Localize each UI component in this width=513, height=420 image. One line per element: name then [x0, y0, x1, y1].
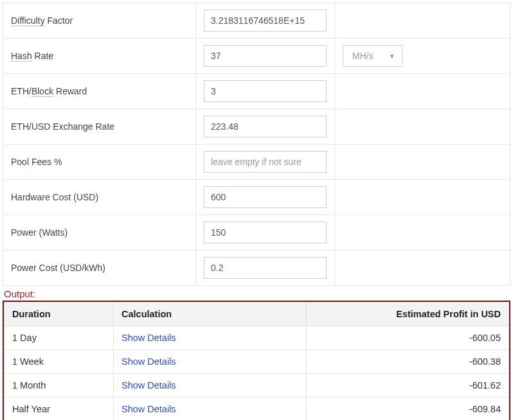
- form-extra-cell: MH/s▼: [335, 39, 510, 74]
- form-label: Power Cost (USD/kWh): [3, 250, 196, 286]
- form-label: Power (Watts): [3, 215, 196, 250]
- col-profit: Estimated Profit in USD: [307, 302, 509, 326]
- form-label: Difficulty Factor: [3, 3, 196, 39]
- form-input-cell: [196, 109, 335, 144]
- form-input-cell: [196, 39, 335, 74]
- show-details-link[interactable]: Show Details: [122, 333, 176, 343]
- form-input[interactable]: [204, 222, 327, 243]
- form-label: Pool Fees %: [3, 144, 196, 180]
- form-row: Difficulty Factor: [3, 3, 510, 39]
- form-input-cell: [196, 74, 335, 109]
- form-extra-cell: [335, 180, 510, 215]
- form-input[interactable]: [204, 186, 327, 208]
- form-row: Power (Watts): [3, 215, 510, 250]
- form-row: ETH/Block Reward: [3, 74, 510, 109]
- form-label: ETH/USD Exchange Rate: [3, 109, 196, 144]
- form-extra-cell: [335, 144, 510, 180]
- table-row: 1 DayShow Details-600.05: [4, 326, 509, 350]
- form-input-cell: [196, 215, 335, 250]
- form-row: Hardware Cost (USD): [3, 180, 510, 215]
- form-input[interactable]: [204, 10, 327, 31]
- form-extra-cell: [335, 3, 510, 39]
- cell-duration: 1 Day: [4, 326, 114, 350]
- output-panel: Duration Calculation Estimated Profit in…: [3, 301, 510, 420]
- col-duration: Duration: [4, 302, 114, 326]
- form-input[interactable]: [204, 151, 327, 173]
- cell-profit: -601.62: [307, 374, 509, 398]
- form-label: Hardware Cost (USD): [3, 180, 196, 215]
- col-calculation: Calculation: [114, 302, 307, 326]
- cell-calculation: Show Details: [114, 350, 307, 374]
- chevron-down-icon: ▼: [389, 53, 395, 60]
- form-row: Pool Fees %: [3, 144, 510, 180]
- form-extra-cell: [335, 250, 510, 286]
- cell-duration: 1 Week: [4, 350, 114, 374]
- cell-profit: -609.84: [307, 398, 509, 421]
- table-row: Half YearShow Details-609.84: [4, 398, 509, 421]
- output-table: Duration Calculation Estimated Profit in…: [4, 302, 509, 420]
- cell-calculation: Show Details: [114, 374, 307, 398]
- form-input-cell: [196, 180, 335, 215]
- form-input[interactable]: [204, 80, 327, 102]
- hashrate-unit-select[interactable]: MH/s▼: [343, 45, 402, 67]
- form-input[interactable]: [204, 116, 327, 137]
- form-row: ETH/USD Exchange Rate: [3, 109, 510, 144]
- cell-duration: Half Year: [4, 398, 114, 421]
- cell-profit: -600.38: [307, 350, 509, 374]
- form-label: ETH/Block Reward: [3, 74, 196, 109]
- form-label: Hash Rate: [3, 39, 196, 74]
- form-input-cell: [196, 144, 335, 180]
- table-row: 1 WeekShow Details-600.38: [4, 350, 509, 374]
- show-details-link[interactable]: Show Details: [122, 380, 176, 390]
- show-details-link[interactable]: Show Details: [122, 356, 176, 367]
- form-input-cell: [196, 250, 335, 286]
- input-form-table: Difficulty FactorHash RateMH/s▼ETH/Block…: [3, 3, 510, 286]
- form-extra-cell: [335, 74, 510, 109]
- select-label: MH/s: [352, 51, 374, 61]
- form-extra-cell: [335, 109, 510, 144]
- form-input[interactable]: [204, 45, 327, 67]
- form-row: Hash RateMH/s▼: [3, 39, 510, 74]
- form-extra-cell: [335, 215, 510, 250]
- cell-calculation: Show Details: [114, 326, 307, 350]
- cell-profit: -600.05: [307, 326, 509, 350]
- form-input[interactable]: [204, 257, 327, 279]
- cell-duration: 1 Month: [4, 374, 114, 398]
- show-details-link[interactable]: Show Details: [122, 404, 176, 414]
- form-row: Power Cost (USD/kWh): [3, 250, 510, 286]
- cell-calculation: Show Details: [114, 398, 307, 421]
- table-row: 1 MonthShow Details-601.62: [4, 374, 509, 398]
- form-input-cell: [196, 3, 335, 39]
- output-heading: Output:: [4, 288, 510, 299]
